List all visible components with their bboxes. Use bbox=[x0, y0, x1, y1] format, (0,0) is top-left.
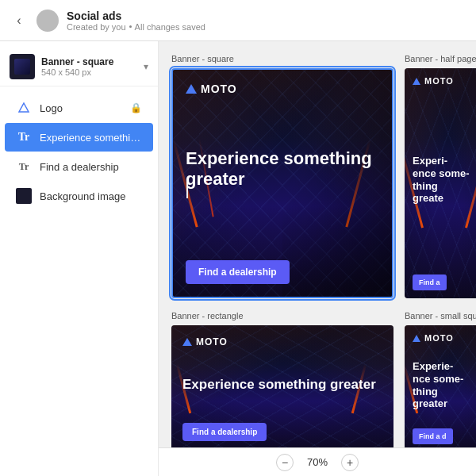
lock-icon: 🔒 bbox=[130, 102, 142, 113]
dealership-layer-label: Find a dealership bbox=[40, 161, 142, 173]
banner-thumb-inner bbox=[14, 59, 30, 75]
banner-square[interactable]: MOTO Experience something greater Find a… bbox=[171, 68, 393, 298]
svg-marker-0 bbox=[19, 103, 29, 112]
experience-layer-label: Experience something... bbox=[40, 132, 142, 144]
moto-logo-4: MOTO bbox=[413, 333, 476, 343]
logo-layer-label: Logo bbox=[40, 102, 122, 114]
cta-button-4[interactable]: Find a d bbox=[413, 428, 453, 444]
zoom-minus-icon: − bbox=[282, 456, 288, 469]
zoom-value: 70% bbox=[303, 456, 332, 468]
cta-button-2[interactable]: Find a bbox=[413, 274, 447, 290]
banner-name: Banner - square bbox=[41, 56, 137, 67]
topbar-info: Social ads Created by you All changes sa… bbox=[67, 10, 205, 32]
topbar-subtitle: Created by you All changes saved bbox=[67, 22, 205, 32]
main-canvas: Banner - square MOTO Experience somethin… bbox=[159, 41, 476, 476]
cta-button-3[interactable]: Find a dealership bbox=[182, 423, 267, 441]
canvas-row-1: Banner - square MOTO Experience somethin… bbox=[171, 54, 463, 298]
moto-text-3: MOTO bbox=[196, 336, 228, 347]
moto-triangle-icon-4 bbox=[413, 335, 420, 342]
moto-triangle-icon-3 bbox=[182, 338, 192, 346]
moto-triangle-icon-2 bbox=[413, 78, 420, 85]
banner-middle-content: Experience something greater bbox=[186, 148, 379, 208]
banner-smallsq-headline: Experie-nce some-thinggreater bbox=[413, 360, 476, 409]
banner-rect-content: Experience something greater bbox=[182, 377, 382, 393]
moto-text-2: MOTO bbox=[424, 76, 454, 86]
sidebar: Banner - square 540 x 540 px ▾ Logo 🔒 bbox=[0, 41, 159, 476]
app-layout: Banner - square 540 x 540 px ▾ Logo 🔒 bbox=[0, 41, 476, 476]
sidebar-item-dealership[interactable]: Tr Find a dealership bbox=[5, 152, 153, 181]
banner-rectangle[interactable]: MOTO Experience something greater Find a… bbox=[171, 325, 393, 452]
sidebar-item-experience[interactable]: Tr Experience something... bbox=[5, 123, 153, 152]
zoom-minus-button[interactable]: − bbox=[276, 454, 294, 471]
zoom-plus-icon: + bbox=[347, 456, 353, 469]
banner-headline: Experience something greater bbox=[186, 148, 379, 190]
banner-info: Banner - square 540 x 540 px bbox=[41, 56, 137, 77]
banner-small-square[interactable]: MOTO Experie-nce some-thinggreater Find … bbox=[405, 325, 476, 452]
avatar bbox=[36, 10, 59, 32]
banner-rect-cta: Find a dealership bbox=[182, 423, 382, 441]
moto-logo-2: MOTO bbox=[413, 76, 476, 86]
page-title: Social ads bbox=[67, 10, 205, 22]
zoom-bar: − 70% + bbox=[159, 447, 476, 476]
save-status: All changes saved bbox=[135, 22, 205, 32]
banner-smallsq-label: Banner - small square bbox=[405, 311, 476, 321]
banner-thumbnail bbox=[10, 54, 35, 79]
moto-text-4: MOTO bbox=[424, 333, 454, 343]
separator-dot bbox=[129, 25, 132, 28]
sidebar-item-logo[interactable]: Logo 🔒 bbox=[5, 94, 153, 122]
banner-rect-container: Banner - rectangle MOTO Experience somet… bbox=[171, 311, 393, 452]
chevron-down-icon: ▾ bbox=[144, 61, 148, 72]
banner-rect-label: Banner - rectangle bbox=[171, 311, 393, 321]
text-icon: Tr bbox=[16, 129, 32, 145]
moto-triangle-icon bbox=[186, 84, 197, 94]
topbar: ‹ Social ads Created by you All changes … bbox=[0, 0, 476, 41]
logo-icon bbox=[16, 100, 32, 116]
banner-cta-area: Find a dealership bbox=[186, 260, 379, 284]
banner-halfpage-content: Experi-ence some-thinggreate bbox=[413, 86, 476, 274]
banner-square-container: Banner - square MOTO Experience somethin… bbox=[171, 54, 393, 298]
banner-halfpage-cta: Find a bbox=[413, 274, 476, 290]
back-button[interactable]: ‹ bbox=[10, 11, 29, 30]
banner-halfpage[interactable]: MOTO Experi-ence some-thinggreate Find a bbox=[405, 68, 476, 298]
banner-rect-headline: Experience something greater bbox=[182, 377, 382, 393]
moto-logo-3: MOTO bbox=[182, 336, 382, 347]
banner-size: 540 x 540 px bbox=[41, 67, 137, 77]
banner-halfpage-label: Banner - half page bbox=[405, 54, 476, 63]
sidebar-item-background[interactable]: Background image bbox=[5, 182, 153, 210]
layer-list: Logo 🔒 Tr Experience something... Tr Fin… bbox=[0, 86, 158, 217]
canvas-row-2: Banner - rectangle MOTO Experience somet… bbox=[171, 311, 463, 452]
banner-smallsq-container: Banner - small square MOTO Experie-nce s… bbox=[405, 311, 476, 452]
text2-icon: Tr bbox=[16, 159, 32, 175]
banner-smallsq-content: Experie-nce some-thinggreater bbox=[413, 360, 476, 409]
banner-halfpage-headline: Experi-ence some-thinggreate bbox=[413, 155, 470, 204]
background-layer-label: Background image bbox=[40, 190, 142, 202]
banner-selector[interactable]: Banner - square 540 x 540 px ▾ bbox=[0, 48, 158, 86]
banner-smallsq-cta: Find a d bbox=[413, 428, 476, 444]
banner-halfpage-container: Banner - half page MOTO Experi-ence some… bbox=[405, 54, 476, 298]
zoom-plus-button[interactable]: + bbox=[341, 454, 359, 471]
moto-logo: MOTO bbox=[186, 83, 379, 95]
cta-button[interactable]: Find a dealership bbox=[186, 260, 290, 284]
background-icon bbox=[16, 188, 32, 204]
back-icon: ‹ bbox=[17, 13, 21, 28]
banner-square-label: Banner - square bbox=[171, 54, 393, 63]
moto-logo-text: MOTO bbox=[201, 83, 237, 95]
created-by: Created by you bbox=[67, 22, 126, 32]
